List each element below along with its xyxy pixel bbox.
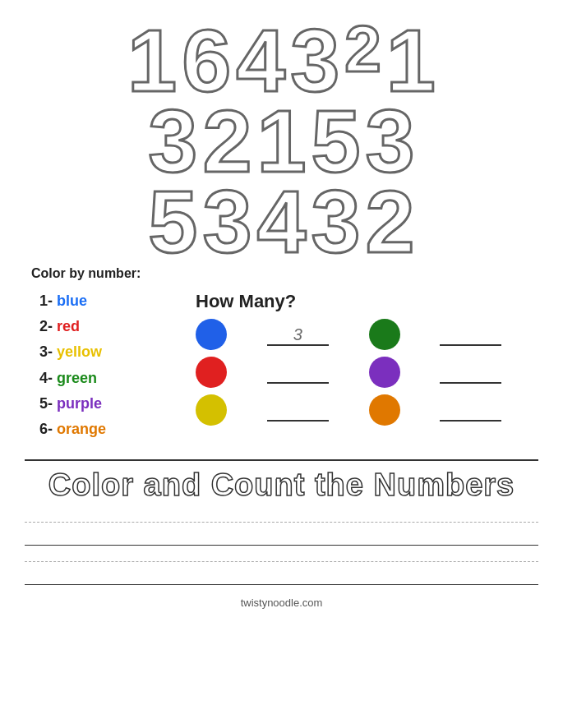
num-3b-r3: 3 <box>309 177 363 266</box>
dot-orange <box>369 394 400 426</box>
how-many-grid: 3 <box>196 319 538 426</box>
num-4-r3: 4 <box>254 177 308 266</box>
title-section: Color and Count the Numbers <box>25 459 538 585</box>
worksheet-page: 1 6 4 3 2 1 3 2 1 5 3 5 3 4 3 2 Color by… <box>0 0 563 728</box>
num-2-r3: 2 <box>363 177 418 266</box>
dot-blue <box>196 319 227 350</box>
color-content: 1- blue 2- red 3- yellow 4- green 5- pur… <box>31 291 538 445</box>
num-3-r3: 3 <box>200 177 254 266</box>
numbers-display: 1 6 4 3 2 1 3 2 1 5 3 5 3 4 3 2 <box>25 16 538 258</box>
color-item-3: 3- yellow <box>39 342 196 362</box>
dot-yellow <box>196 394 227 426</box>
color-item-6: 6- orange <box>39 419 196 440</box>
color-list: 1- blue 2- red 3- yellow 4- green 5- pur… <box>39 291 196 445</box>
color-item-1: 1- blue <box>39 291 196 311</box>
footer-text: twistynoodle.com <box>241 597 323 609</box>
dot-purple <box>369 357 400 388</box>
answer-line-green[interactable] <box>440 323 501 346</box>
answer-line-purple[interactable] <box>440 361 501 384</box>
color-item-2: 2- red <box>39 316 196 337</box>
writing-lines <box>25 511 538 585</box>
answer-line-red[interactable] <box>267 361 329 384</box>
answer-line-orange[interactable] <box>440 399 501 422</box>
answer-line-yellow[interactable] <box>267 399 329 422</box>
dot-red <box>196 357 227 388</box>
number-row-3: 5 3 4 3 2 <box>145 177 417 266</box>
num-5-r3: 5 <box>145 177 200 266</box>
color-item-4: 4- green <box>39 368 196 389</box>
dashed-line-2 <box>25 551 538 562</box>
how-many-section: How Many? 3 <box>196 291 538 445</box>
solid-line-2 <box>25 562 538 585</box>
color-item-5: 5- purple <box>39 394 196 414</box>
answer-line-blue[interactable]: 3 <box>267 323 329 346</box>
dashed-line-1 <box>25 511 538 523</box>
how-many-title: How Many? <box>196 291 538 312</box>
footer: twistynoodle.com <box>25 597 538 609</box>
color-section: Color by number: 1- blue 2- red 3- yello… <box>25 266 538 445</box>
dot-green <box>369 319 400 350</box>
worksheet-title: Color and Count the Numbers <box>25 468 538 503</box>
solid-line-1 <box>25 523 538 546</box>
